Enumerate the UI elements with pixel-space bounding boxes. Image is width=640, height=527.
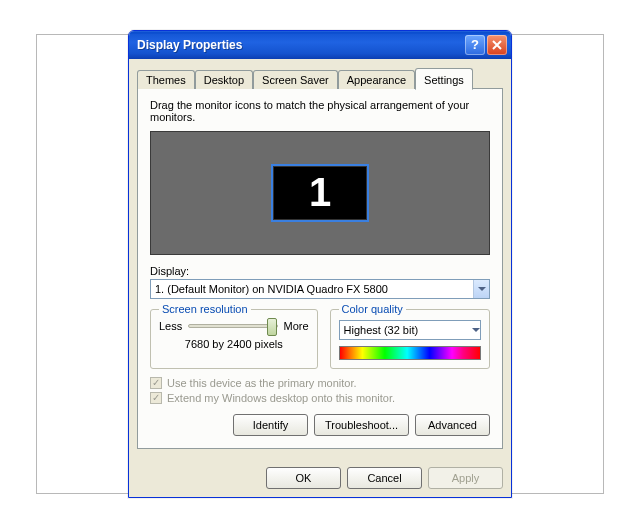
color-spectrum [339,346,481,360]
resolution-less-label: Less [159,320,182,332]
monitor-1[interactable]: 1 [271,164,369,222]
color-quality-legend: Color quality [339,303,406,315]
tabstrip: Themes Desktop Screen Saver Appearance S… [137,67,503,88]
apply-button: Apply [428,467,503,489]
monitor-number: 1 [309,170,331,215]
resolution-group: Screen resolution Less More 7680 by 2400… [150,309,318,369]
dropdown-arrow-icon [473,280,489,298]
dialog-buttons: OK Cancel Apply [129,459,511,497]
display-properties-dialog: Display Properties ? Themes Desktop Scre… [128,30,512,498]
help-button[interactable]: ? [465,35,485,55]
color-quality-value: Highest (32 bit) [344,324,472,336]
resolution-legend: Screen resolution [159,303,251,315]
monitor-arrangement-area[interactable]: 1 [150,131,490,255]
color-quality-dropdown[interactable]: Highest (32 bit) [339,320,481,340]
tab-appearance[interactable]: Appearance [338,70,415,89]
tab-settings[interactable]: Settings [415,68,473,90]
ok-button[interactable]: OK [266,467,341,489]
resolution-value: 7680 by 2400 pixels [159,338,309,350]
window-title: Display Properties [137,38,463,52]
identify-button[interactable]: Identify [233,414,308,436]
checkbox-icon: ✓ [150,392,162,404]
checkbox-icon: ✓ [150,377,162,389]
resolution-slider-thumb[interactable] [267,318,277,336]
close-icon [492,40,502,50]
help-icon: ? [471,37,479,52]
primary-monitor-checkbox: ✓ Use this device as the primary monitor… [150,377,490,389]
display-dropdown-value: 1. (Default Monitor) on NVIDIA Quadro FX… [155,283,473,295]
cancel-button[interactable]: Cancel [347,467,422,489]
arrangement-instruction: Drag the monitor icons to match the phys… [150,99,490,123]
tab-themes[interactable]: Themes [137,70,195,89]
primary-monitor-label: Use this device as the primary monitor. [167,377,357,389]
titlebar[interactable]: Display Properties ? [129,31,511,59]
checkboxes: ✓ Use this device as the primary monitor… [150,377,490,404]
groups-row: Screen resolution Less More 7680 by 2400… [150,309,490,369]
display-dropdown[interactable]: 1. (Default Monitor) on NVIDIA Quadro FX… [150,279,490,299]
dropdown-arrow-icon [472,328,480,332]
display-label: Display: [150,265,490,277]
resolution-more-label: More [284,320,309,332]
tab-desktop[interactable]: Desktop [195,70,253,89]
color-quality-group: Color quality Highest (32 bit) [330,309,490,369]
resolution-slider[interactable] [188,324,277,328]
advanced-button[interactable]: Advanced [415,414,490,436]
client-area: Themes Desktop Screen Saver Appearance S… [129,59,511,459]
troubleshoot-button[interactable]: Troubleshoot... [314,414,409,436]
panel-buttons: Identify Troubleshoot... Advanced [150,414,490,436]
settings-panel: Drag the monitor icons to match the phys… [137,88,503,449]
extend-desktop-checkbox: ✓ Extend my Windows desktop onto this mo… [150,392,490,404]
tab-screen-saver[interactable]: Screen Saver [253,70,338,89]
extend-desktop-label: Extend my Windows desktop onto this moni… [167,392,395,404]
close-button[interactable] [487,35,507,55]
outer-frame: Display Properties ? Themes Desktop Scre… [36,34,604,494]
